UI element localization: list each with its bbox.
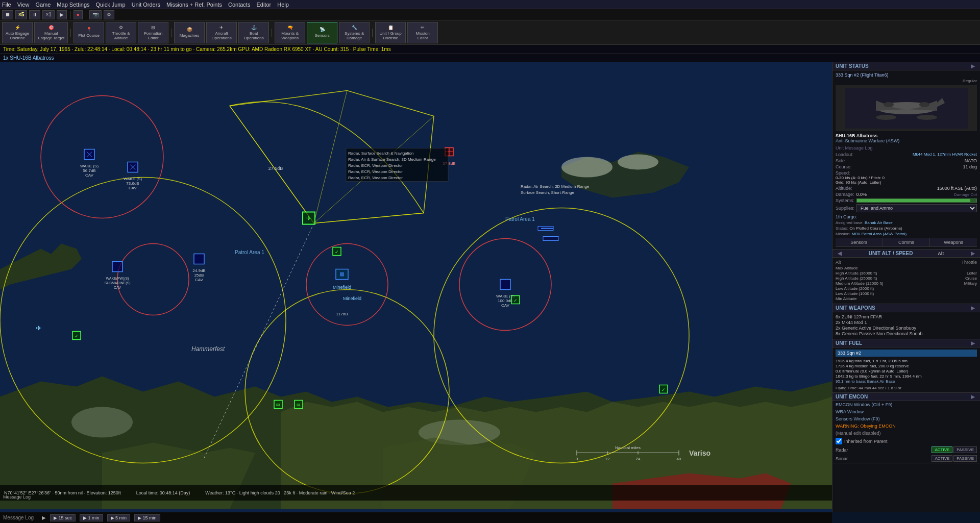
systems-icon: 🔧 bbox=[352, 25, 357, 30]
sensors-window-row: Sensors Window (F9) bbox=[832, 415, 980, 422]
record-button[interactable]: ● bbox=[74, 10, 83, 19]
auto-engage-button[interactable]: ⚡ Auto EngageDoctrine bbox=[2, 22, 33, 43]
altitude-label: Altitude: bbox=[836, 186, 852, 191]
mounts-button[interactable]: 🔫 Mounts &Weapons bbox=[275, 22, 305, 43]
svg-text:CAV: CAV bbox=[114, 286, 121, 289]
emcon-window-label[interactable]: EMCON Window (Ctrl + F9) bbox=[836, 402, 892, 407]
svg-point-3 bbox=[561, 157, 612, 178]
unit-fuel-title: UNIT FUEL bbox=[836, 340, 862, 346]
camera-button[interactable]: 📷 bbox=[89, 10, 102, 19]
unit-status-collapse[interactable]: ▶ bbox=[969, 63, 977, 69]
auto-engage-label: Auto EngageDoctrine bbox=[6, 31, 29, 40]
main-content: ✈ WAKE (S) 56.7dB CAV WAKE (S) 73.6dB CA… bbox=[0, 62, 980, 512]
msg-log-link[interactable]: Unit Message Log bbox=[836, 145, 977, 151]
sonar-active-button[interactable]: ACTIVE bbox=[932, 455, 952, 462]
damage-ctrl-btn[interactable]: Damage Ctrl bbox=[954, 192, 977, 197]
radar-passive-button[interactable]: PASSIVE bbox=[953, 446, 977, 453]
damage-value: 0.0% bbox=[856, 192, 867, 197]
speed-x5-button[interactable]: ×5 bbox=[15, 10, 27, 19]
menu-editor[interactable]: Editor bbox=[256, 2, 271, 8]
warning-row: WARNING: Obeying EMCON bbox=[832, 422, 980, 430]
unit-weapons-content: 6x ZUNI 127mm FFAR 2x Mk44 Mod 1 2x Gene… bbox=[832, 312, 980, 339]
time-1min-button[interactable]: ▶ 1 min bbox=[80, 514, 103, 521]
formation-button[interactable]: ⊞ FormationEditor bbox=[138, 22, 168, 43]
svg-point-1 bbox=[71, 407, 133, 438]
unit-alt-speed-header: ◀ UNIT ALT / SPEED Alt ▶ bbox=[832, 250, 980, 258]
svg-text:Patrol Area 1: Patrol Area 1 bbox=[235, 250, 264, 255]
weapons-collapse[interactable]: ▶ bbox=[969, 305, 977, 311]
unit-status-title: UNIT STATUS bbox=[836, 63, 869, 69]
aircraft-ops-button[interactable]: ✈ AircraftOperations bbox=[206, 22, 237, 43]
supplies-select[interactable]: Fuel and Ammo Fuel Only Ammo Only None bbox=[856, 204, 977, 212]
systems-button[interactable]: 🔧 Systems &Damage bbox=[339, 22, 370, 43]
sensors-button[interactable]: 📡 Sensors bbox=[307, 22, 337, 43]
unit-group-button[interactable]: 📋 Unit / GroupDoctrine bbox=[375, 22, 406, 43]
menu-contacts[interactable]: Contacts bbox=[228, 2, 250, 8]
svg-text:Radar, ECR, Weapon Director: Radar, ECR, Weapon Director bbox=[348, 169, 403, 174]
manual-engage-label: ManualEngage Target bbox=[38, 31, 64, 40]
loadout-row: Loadout: Mk44 Mod 1, 127mm HVAR Rocket bbox=[836, 152, 977, 157]
emcon-collapse[interactable]: ▶ bbox=[969, 394, 977, 400]
tab-sensors[interactable]: Sensors bbox=[836, 238, 883, 246]
magazines-icon: 📦 bbox=[187, 27, 192, 32]
weapon-item-2: 2x Mk44 Mod 1 bbox=[836, 320, 977, 325]
menu-unit-orders[interactable]: Unit Orders bbox=[132, 2, 160, 8]
radar-emcon-row: Radar ACTIVE PASSIVE bbox=[832, 445, 980, 454]
wra-window-label[interactable]: WRA Window bbox=[836, 409, 864, 414]
time-15sec-button[interactable]: ▶ 15 sec bbox=[50, 514, 76, 521]
radar-active-button[interactable]: ACTIVE bbox=[932, 446, 952, 453]
damage-label: Damage: bbox=[836, 192, 854, 197]
tab-weapons[interactable]: Weapons bbox=[930, 238, 977, 246]
unit-emcon-section: UNIT EMCON ▶ EMCON Window (Ctrl + F9) WR… bbox=[832, 393, 980, 463]
alt-row-h25-label: High Altitude (25000 ft) bbox=[836, 276, 877, 281]
alt-row-l1-label: Low Altitude (1000 ft) bbox=[836, 291, 874, 296]
svg-text:Patrol Area 1: Patrol Area 1 bbox=[505, 216, 535, 222]
menu-view[interactable]: View bbox=[17, 2, 30, 8]
alt-speed-collapse-left[interactable]: ◀ bbox=[836, 251, 844, 256]
sensors-window-label[interactable]: Sensors Window (F9) bbox=[836, 416, 880, 421]
pause-button[interactable]: ⏸ bbox=[29, 10, 40, 19]
loadout-value: Mk44 Mod 1, 127mm HVAR Rocket bbox=[913, 152, 977, 157]
menu-file[interactable]: File bbox=[2, 2, 11, 8]
svg-text:56.7dB: 56.7dB bbox=[83, 168, 95, 173]
map-area[interactable]: ✈ WAKE (S) 56.7dB CAV WAKE (S) 73.6dB CA… bbox=[0, 62, 832, 512]
play-button[interactable]: ▶ bbox=[57, 10, 67, 19]
active-ctrl-row: (Manual edit disabled) bbox=[832, 430, 980, 437]
manual-engage-button[interactable]: 🎯 ManualEngage Target bbox=[34, 22, 68, 43]
time-5min-button[interactable]: ▶ 5 min bbox=[107, 514, 131, 521]
menu-quick-jump[interactable]: Quick Jump bbox=[96, 2, 126, 8]
menu-map-settings[interactable]: Map Settings bbox=[57, 2, 89, 8]
svg-text:SUBMARINE(S): SUBMARINE(S) bbox=[105, 281, 131, 285]
time-15min-button[interactable]: ▶ 15 min bbox=[134, 514, 160, 521]
menu-help[interactable]: Help bbox=[277, 2, 289, 8]
boat-ops-label: BoatOperations bbox=[244, 31, 264, 40]
speed-x1-button[interactable]: ×1 bbox=[42, 10, 54, 19]
svg-rect-31 bbox=[112, 262, 122, 272]
svg-text:73.6dB: 73.6dB bbox=[126, 181, 139, 186]
right-panel: UNIT STATUS ▶ 333 Sqn #2 (Flight Titan6)… bbox=[832, 62, 980, 512]
sonar-passive-button[interactable]: PASSIVE bbox=[953, 455, 977, 462]
coord-line3: Weather: 13°C · Light high clouds 20 · 2… bbox=[205, 490, 355, 495]
fuel-collapse[interactable]: ▶ bbox=[969, 340, 977, 346]
alt-speed-collapse-right[interactable]: ▶ bbox=[969, 251, 977, 256]
speed-label: Speed: bbox=[836, 170, 850, 176]
svg-text:Radar, ECR, Weapon Director: Radar, ECR, Weapon Director bbox=[348, 176, 403, 180]
playback-indicator: ▶ bbox=[42, 515, 46, 520]
svg-text:12: 12 bbox=[605, 457, 610, 461]
menu-missions[interactable]: Missions + Ref. Points bbox=[166, 2, 222, 8]
settings-button[interactable]: ⚙ bbox=[104, 10, 114, 19]
magazines-button[interactable]: 📦 Magazines bbox=[174, 22, 205, 43]
throttle-button[interactable]: ⚙ Throttle &Altitude bbox=[106, 22, 136, 43]
menu-game[interactable]: Game bbox=[35, 2, 51, 8]
sonar-emcon-row: Sonar ACTIVE PASSIVE bbox=[832, 454, 980, 463]
svg-text:Variso: Variso bbox=[689, 449, 710, 457]
inherited-checkbox[interactable] bbox=[836, 438, 842, 444]
boat-ops-button[interactable]: ⚓ BoatOperations bbox=[238, 22, 269, 43]
plot-course-button[interactable]: 📍 Plot Course bbox=[74, 22, 104, 43]
mission-editor-button[interactable]: ✏ MissionEditor bbox=[407, 22, 438, 43]
side-row: Side: NATO bbox=[836, 158, 977, 163]
tab-comms[interactable]: Comms bbox=[883, 238, 930, 246]
separator2 bbox=[86, 11, 86, 19]
svg-text:WAKE (S): WAKE (S) bbox=[124, 177, 142, 181]
stop-button[interactable]: ⏹ bbox=[2, 10, 13, 19]
